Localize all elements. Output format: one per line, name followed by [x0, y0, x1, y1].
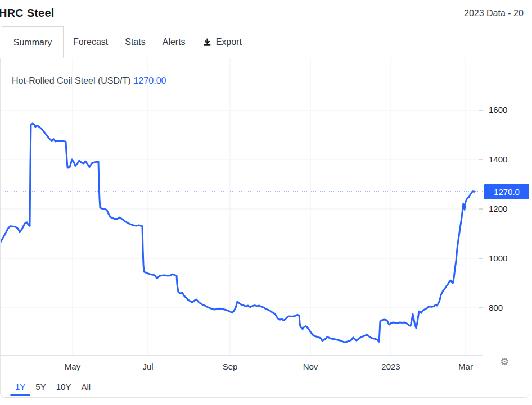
- tab-label: Alerts: [163, 37, 186, 47]
- y-axis-label: 1200: [489, 204, 507, 213]
- header-subtitle: 2023 Data - 20: [464, 8, 524, 19]
- y-axis-label: 1000: [489, 253, 507, 263]
- x-axis-label: Sep: [223, 362, 238, 371]
- price-chart-canvas: [1, 58, 483, 356]
- range-selector: 1Y5Y10YAll: [1, 376, 96, 397]
- tab-alerts[interactable]: Alerts: [154, 26, 194, 58]
- chart-widget: Hot-Rolled Coil Steel (USD/T)1270.00 160…: [0, 58, 529, 398]
- download-icon: [202, 38, 212, 47]
- app-window: HRC Steel 2023 Data - 20 SummaryForecast…: [0, 0, 532, 405]
- range-5y[interactable]: 5Y: [30, 376, 51, 397]
- tab-label: Forecast: [73, 37, 108, 47]
- settings-gear-icon[interactable]: ⚙: [500, 357, 509, 367]
- range-1y[interactable]: 1Y: [10, 376, 30, 397]
- tab-forecast[interactable]: Forecast: [65, 26, 116, 58]
- x-axis-label: May: [65, 362, 80, 371]
- x-axis-label: Mar: [458, 362, 473, 371]
- range-all[interactable]: All: [76, 376, 96, 397]
- tab-summary[interactable]: Summary: [2, 26, 64, 58]
- tab-label: Export: [216, 37, 242, 47]
- price-badge: 1270.0: [484, 184, 529, 199]
- series-label: Hot-Rolled Coil Steel (USD/T): [12, 76, 131, 85]
- chart-title: Hot-Rolled Coil Steel (USD/T)1270.00: [12, 76, 166, 86]
- x-axis-label: Nov: [303, 362, 318, 371]
- tab-label: Summary: [13, 38, 52, 48]
- y-axis-label: 1400: [489, 154, 507, 164]
- current-price-label: 1270.00: [134, 76, 166, 85]
- tab-stats[interactable]: Stats: [116, 26, 154, 58]
- x-axis-label: Jul: [142, 362, 153, 371]
- page-title: HRC Steel: [0, 7, 55, 20]
- price-chart[interactable]: Hot-Rolled Coil Steel (USD/T)1270.00: [1, 58, 483, 356]
- x-axis-label: 2023: [381, 362, 400, 371]
- range-10y[interactable]: 10Y: [51, 376, 76, 397]
- tab-bar: SummaryForecastStatsAlertsExport: [0, 26, 532, 58]
- y-axis-label: 1600: [489, 105, 507, 115]
- tab-label: Stats: [125, 37, 145, 47]
- tab-export[interactable]: Export: [194, 26, 250, 58]
- header: HRC Steel 2023 Data - 20: [0, 0, 532, 26]
- y-axis-label: 800: [489, 303, 503, 312]
